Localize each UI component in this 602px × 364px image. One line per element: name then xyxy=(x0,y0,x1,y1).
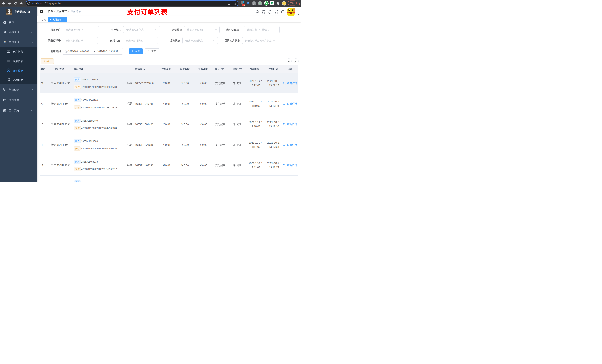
svg-text:¥: ¥ xyxy=(4,40,6,44)
